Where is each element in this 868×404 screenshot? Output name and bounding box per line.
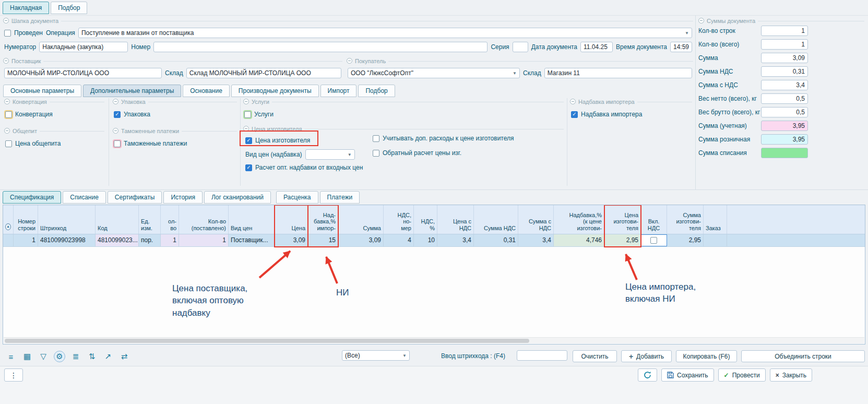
tab-specification[interactable]: Спецификация bbox=[3, 191, 61, 204]
cell-sum-with-vat[interactable]: 3,4 bbox=[518, 234, 554, 246]
sum-value-field[interactable]: 1 bbox=[761, 39, 808, 50]
col-header-price-type[interactable]: Вид цен bbox=[229, 205, 275, 234]
tab-nakladnaya[interactable]: Накладная bbox=[3, 2, 49, 14]
numerator-field[interactable]: Накладные (закупка) bbox=[39, 42, 128, 52]
list-view-icon[interactable]: ≡ bbox=[5, 351, 17, 362]
col-header-importer-markup[interactable]: Над- бавка,% импор- bbox=[308, 205, 338, 234]
col-header-line-number[interactable]: Номер строки bbox=[14, 205, 38, 234]
reverse-calc-checkbox[interactable] bbox=[373, 150, 379, 157]
close-button[interactable]: × Закрыть bbox=[770, 369, 812, 382]
cell-price-with-vat[interactable]: 3,4 bbox=[437, 234, 474, 246]
refresh-button[interactable] bbox=[638, 369, 657, 382]
sum-value-field[interactable]: 3,09 bbox=[761, 53, 808, 63]
tab-derived-docs[interactable]: Производные документы bbox=[231, 85, 319, 97]
supplier-warehouse-field[interactable]: Склад МОЛОЧНЫЙ МИР-СТОЛИЦА ООО bbox=[186, 68, 341, 78]
services-checkbox[interactable] bbox=[244, 111, 251, 118]
customs-checkbox[interactable] bbox=[114, 140, 121, 147]
maker-price-checkbox[interactable] bbox=[245, 137, 252, 144]
col-header-qty-delivered[interactable]: Кол-во (поставлено) bbox=[179, 205, 229, 234]
tab-podbor-params[interactable]: Подбор bbox=[358, 85, 395, 97]
collapse-group-icon[interactable] bbox=[4, 128, 10, 134]
col-header-order[interactable]: Заказ bbox=[704, 205, 727, 234]
sum-value-field[interactable]: 1 bbox=[761, 26, 808, 36]
chevron-down-icon[interactable]: ▼ bbox=[346, 152, 352, 157]
cell-line-number[interactable]: 1 bbox=[14, 234, 38, 246]
sum-value-field[interactable]: 3,4 bbox=[761, 80, 808, 90]
collapse-group-icon[interactable] bbox=[4, 99, 10, 104]
chevron-down-icon[interactable]: ▼ bbox=[400, 353, 407, 358]
price-type-select[interactable]: ▼ bbox=[305, 149, 355, 160]
tab-pricing[interactable]: Расценка bbox=[276, 191, 318, 204]
cell-vat-sum[interactable]: 0,31 bbox=[474, 234, 518, 246]
opt-markup-checkbox[interactable] bbox=[245, 164, 252, 171]
tab-writeoff[interactable]: Списание bbox=[63, 191, 106, 204]
col-header-qty[interactable]: ол-во bbox=[161, 205, 179, 234]
sum-value-field[interactable]: 3,95 bbox=[761, 121, 808, 131]
col-header-vat-number[interactable]: НДС, но- мер bbox=[384, 205, 414, 234]
tab-main-params[interactable]: Основные параметры bbox=[3, 85, 81, 97]
cell-price-type[interactable]: Поставщик... bbox=[229, 234, 275, 246]
col-header-maker-price[interactable]: Цена изготови- теля bbox=[604, 205, 641, 234]
row-vat-included-checkbox[interactable] bbox=[650, 237, 657, 244]
tab-import[interactable]: Импорт bbox=[320, 85, 357, 97]
sum-value-field[interactable]: 0,5 bbox=[761, 107, 808, 117]
grid-view-icon[interactable]: ▦ bbox=[21, 351, 33, 362]
doc-time-field[interactable]: 14:59 bbox=[670, 42, 692, 52]
col-header-unit[interactable]: Ед. изм. bbox=[139, 205, 161, 234]
proveden-checkbox[interactable] bbox=[4, 30, 11, 37]
post-button[interactable]: ✓ Провести bbox=[718, 369, 766, 382]
buyer-select[interactable]: ООО "ЛюксСофтОпт" ▼ bbox=[348, 68, 520, 78]
cell-code[interactable]: 4810099023... bbox=[96, 234, 139, 246]
cell-qty[interactable]: 1 bbox=[161, 234, 179, 246]
merge-rows-button[interactable]: Объединить строки bbox=[741, 350, 865, 362]
col-header-vat-sum[interactable]: Сумма НДС bbox=[474, 205, 518, 234]
conversion-checkbox[interactable] bbox=[5, 111, 12, 118]
cell-price[interactable]: 3,09 bbox=[275, 234, 308, 246]
collapse-group-icon[interactable] bbox=[243, 126, 249, 132]
col-header-sum-with-vat[interactable]: Сумма с НДС bbox=[518, 205, 554, 234]
col-header-price-with-vat[interactable]: Цена с НДС bbox=[437, 205, 474, 234]
col-header-expander[interactable]: ▴ bbox=[3, 205, 14, 234]
collapse-group-icon[interactable] bbox=[570, 99, 576, 104]
col-header-barcode[interactable]: Штрихкод bbox=[38, 205, 96, 234]
cell-vat-included[interactable] bbox=[641, 234, 667, 246]
tab-podbor-top[interactable]: Подбор bbox=[51, 2, 87, 14]
tab-additional-params[interactable]: Дополнительные параметры bbox=[83, 85, 181, 97]
collapse-group-icon[interactable] bbox=[113, 99, 118, 104]
buyer-warehouse-field[interactable]: Магазин 11 bbox=[544, 68, 692, 78]
collapse-group-icon[interactable] bbox=[698, 18, 704, 23]
cell-maker-price[interactable]: 2,95 bbox=[604, 234, 641, 246]
copy-row-button[interactable]: Копировать (F6) bbox=[676, 350, 737, 362]
col-header-maker-sum[interactable]: Сумма изготови- теля bbox=[667, 205, 704, 234]
filter-icon[interactable]: ▽ bbox=[38, 351, 49, 362]
operation-select[interactable]: Поступление в магазин от поставщика ▼ bbox=[78, 28, 692, 38]
settings-gear-icon[interactable]: ⚙ bbox=[54, 351, 65, 362]
cell-vat-percent[interactable]: 10 bbox=[414, 234, 437, 246]
tab-basis[interactable]: Основание bbox=[183, 85, 230, 97]
h-scrollbar[interactable] bbox=[4, 337, 864, 343]
chevron-down-icon[interactable]: ▼ bbox=[683, 31, 689, 35]
extra-costs-checkbox[interactable] bbox=[373, 135, 379, 142]
cell-barcode[interactable]: 4810099023998 bbox=[38, 234, 96, 246]
spec-table-row[interactable]: 148100990239984810099023...пор.11Поставщ… bbox=[3, 234, 865, 247]
tab-history[interactable]: История bbox=[163, 191, 203, 204]
col-header-price[interactable]: Цена bbox=[275, 205, 308, 234]
cell-order[interactable] bbox=[704, 234, 727, 246]
col-header-markup-to-maker-price[interactable]: Надбавка,% (к цене изготови- bbox=[554, 205, 604, 234]
cell-sum[interactable]: 3,09 bbox=[338, 234, 384, 246]
series-field[interactable] bbox=[513, 42, 528, 52]
add-row-button[interactable]: + Добавить bbox=[621, 350, 672, 362]
collapse-group-icon[interactable] bbox=[3, 18, 9, 23]
sum-value-field[interactable]: 0,31 bbox=[761, 66, 808, 77]
cell-maker-sum[interactable]: 2,95 bbox=[667, 234, 704, 246]
h-scrollbar-thumb[interactable] bbox=[5, 339, 529, 343]
number-field[interactable] bbox=[153, 42, 487, 52]
collapse-group-icon[interactable] bbox=[3, 58, 9, 64]
sum-value-field[interactable]: 3,95 bbox=[761, 134, 808, 145]
barcode-input[interactable] bbox=[517, 350, 567, 361]
sum-value-field[interactable]: 0,5 bbox=[761, 93, 808, 104]
swap-columns-icon[interactable]: ⇄ bbox=[118, 351, 130, 362]
save-button[interactable]: Сохранить bbox=[661, 369, 714, 382]
open-external-icon[interactable]: ↗ bbox=[102, 351, 114, 362]
importer-markup-checkbox[interactable] bbox=[571, 111, 578, 118]
